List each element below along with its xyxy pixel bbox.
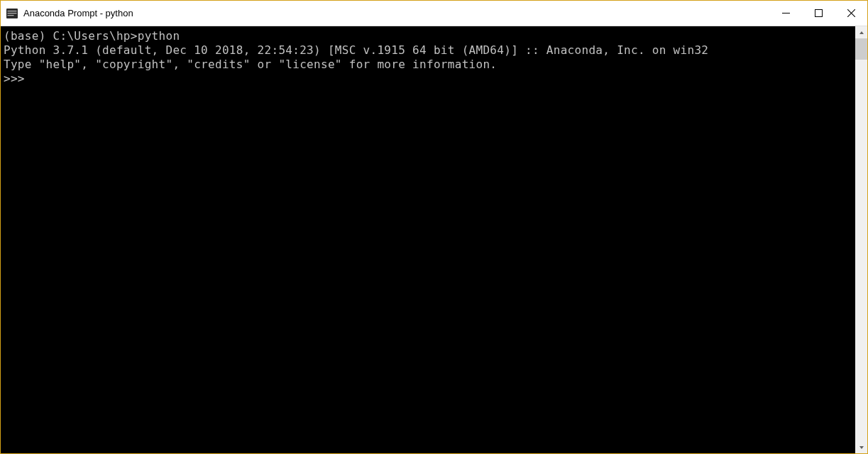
- maximize-button[interactable]: [802, 1, 835, 26]
- scroll-thumb[interactable]: [855, 38, 867, 60]
- terminal-output[interactable]: (base) C:\Users\hp>pythonPython 3.7.1 (d…: [1, 26, 855, 453]
- window-controls: [769, 1, 867, 26]
- window-frame: Anaconda Prompt - python (base) C:\Users…: [0, 0, 868, 454]
- scroll-down-button[interactable]: [855, 441, 867, 453]
- vertical-scrollbar[interactable]: [855, 26, 867, 453]
- terminal-line: Type "help", "copyright", "credits" or "…: [4, 58, 851, 72]
- close-button[interactable]: [835, 1, 867, 26]
- svg-rect-1: [8, 11, 17, 11]
- scroll-up-button[interactable]: [855, 26, 867, 38]
- svg-marker-9: [859, 446, 864, 449]
- python-prompt: >>>: [4, 72, 32, 85]
- minimize-button[interactable]: [769, 1, 802, 26]
- svg-rect-4: [782, 13, 790, 13]
- content-area: (base) C:\Users\hp>pythonPython 3.7.1 (d…: [1, 26, 867, 453]
- terminal-prompt-line: >>>: [4, 72, 851, 86]
- svg-rect-3: [8, 15, 14, 16]
- terminal-line: Python 3.7.1 (default, Dec 10 2018, 22:5…: [4, 43, 851, 58]
- svg-rect-2: [8, 13, 17, 13]
- svg-marker-8: [859, 31, 864, 34]
- window-title: Anaconda Prompt - python: [23, 8, 769, 18]
- titlebar[interactable]: Anaconda Prompt - python: [1, 1, 867, 26]
- terminal-line: (base) C:\Users\hp>python: [4, 29, 851, 43]
- svg-rect-5: [815, 10, 822, 17]
- terminal-icon: [6, 9, 18, 18]
- scroll-track[interactable]: [855, 38, 867, 441]
